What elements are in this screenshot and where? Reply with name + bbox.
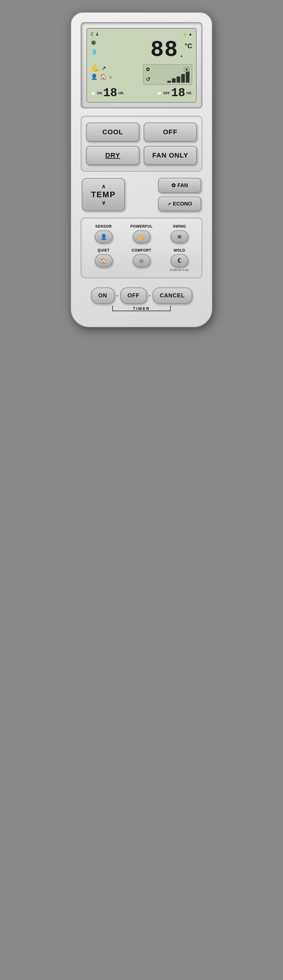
lcd-icons-row1: 💪 ↗ — [91, 64, 112, 72]
sensor-icon: 👤 — [100, 234, 107, 240]
remote-control: ℂ 🌡 🔋 ▲ ❄ 💧 88 . °C — [71, 12, 212, 327]
bar-3 — [177, 76, 180, 83]
timer-off-hr: HR. — [186, 91, 192, 95]
timer-off-button[interactable]: OFF — [120, 288, 147, 304]
timer-off-label: OFF — [163, 91, 170, 95]
sensor-person-icon: 👤 — [91, 73, 98, 80]
sensor-item: SENSOR 👤 — [86, 224, 121, 243]
lcd-right-icons-top: 🔋 ▲ — [183, 32, 192, 36]
sensor-button[interactable]: 👤 — [95, 231, 113, 243]
off-button[interactable]: OFF — [144, 123, 197, 142]
mold-button[interactable]: ℂ — [170, 255, 188, 267]
timer-on-label: ON — [97, 91, 102, 95]
swing-item: SWING ≋ — [162, 224, 197, 243]
bar-2 — [172, 78, 176, 83]
lcd-screen: ℂ 🌡 🔋 ▲ ❄ 💧 88 . °C — [86, 28, 197, 103]
lcd-middle: 💪 ↗ 👤 🏠 ⌂ ✿ A ↺ — [91, 64, 192, 85]
bar-4 — [181, 74, 185, 83]
swing-icon: ≋ — [177, 234, 182, 240]
strong-icon: 💪 — [91, 64, 99, 72]
temp-up-arrow: ∧ — [90, 183, 117, 190]
powerful-icon: 💪 — [138, 234, 145, 240]
comfort-item: COMFORT ☺ — [124, 248, 159, 272]
quiet-item: QUIET 🏠 — [86, 248, 121, 272]
mold-label: MOLD — [174, 248, 185, 253]
feature-section: SENSOR 👤 POWERFUL 💪 SWING ≋ — [81, 218, 202, 278]
lcd-right-panel: ✿ A ↺ — [143, 64, 192, 85]
swing-button[interactable]: ≋ — [170, 231, 188, 243]
timer-on-digits: 18 — [103, 87, 118, 99]
timer-on-hr: HR. — [118, 91, 124, 95]
timer-buttons-wrapper: ON OFF CANCEL — [91, 288, 192, 304]
clock-on-icon: 🕐 — [91, 91, 96, 95]
timer-label: TIMER — [133, 306, 150, 311]
powerful-button[interactable]: 💪 — [133, 231, 150, 243]
fan-icon-display: ✿ — [146, 66, 150, 72]
mode-section: COOL OFF DRY FAN ONLY — [81, 116, 202, 172]
water-drop-icon: 💧 — [91, 48, 98, 55]
swing-icon-display: ↺ — [146, 76, 150, 83]
feature-grid: SENSOR 👤 POWERFUL 💪 SWING ≋ — [86, 224, 197, 272]
powerful-label: POWERFUL — [130, 224, 153, 229]
mold-icon-display: ℂ — [91, 32, 94, 37]
lcd-left-icons-top: ℂ 🌡 — [91, 32, 99, 37]
swing-label: SWING — [173, 224, 186, 229]
mode-grid: COOL OFF DRY FAN ONLY — [86, 123, 197, 165]
timer-label-bar: TIMER — [83, 305, 200, 311]
quiet-icon-display: 🏠 — [100, 73, 107, 80]
lcd-fan-auto-row: ✿ A — [146, 66, 189, 72]
temp-icon-display: 🌡 — [95, 32, 99, 37]
timer-buttons-row: ON OFF CANCEL — [83, 288, 200, 304]
up-arrow-icon: ▲ — [189, 32, 192, 36]
display-section: ℂ 🌡 🔋 ▲ ❄ 💧 88 . °C — [81, 22, 202, 108]
timer-off-section: 🕐 OFF 18 HR. — [157, 87, 192, 99]
mold-push-note: PUSH for 2 sec — [170, 269, 189, 272]
timer-cancel-button[interactable]: CANCEL — [153, 288, 192, 304]
timer-on-button[interactable]: ON — [91, 288, 115, 304]
quiet-icon: 🏠 — [101, 258, 107, 264]
comfort-label: COMFORT — [132, 248, 151, 253]
mold-item: MOLD ℂ PUSH for 2 sec — [162, 248, 197, 272]
home-icon-display: ⌂ — [109, 74, 112, 79]
battery-icon: 🔋 — [183, 32, 187, 36]
timer-connector-2 — [149, 296, 151, 296]
econo-icon: ↗ — [167, 202, 171, 207]
powerful-item: POWERFUL 💪 — [124, 224, 159, 243]
temp-label: TEMP — [90, 190, 117, 199]
econo-label: ECONO — [173, 201, 192, 207]
quiet-button[interactable]: 🏠 — [95, 255, 113, 267]
function-buttons: ✿ FAN ↗ ECONO — [158, 178, 201, 212]
comfort-button[interactable]: ☺ — [133, 255, 150, 267]
fan-func-label: FAN — [177, 183, 188, 189]
swing-arrow-icon: ↗ — [102, 65, 106, 72]
bar-1 — [167, 81, 171, 83]
temp-value: 88 — [150, 39, 178, 61]
fan-only-button[interactable]: FAN ONLY — [144, 146, 197, 165]
auto-label: A — [184, 67, 189, 72]
temp-function-row: ∧ TEMP ∨ ✿ FAN ↗ ECONO — [81, 178, 202, 212]
econo-button[interactable]: ↗ ECONO — [158, 197, 201, 212]
temp-button[interactable]: ∧ TEMP ∨ — [82, 178, 125, 211]
timer-connector-1 — [117, 296, 118, 296]
sensor-label: SENSOR — [95, 224, 112, 229]
dry-button[interactable]: DRY — [86, 146, 139, 165]
quiet-label: QUIET — [98, 248, 110, 253]
temperature-display: 88 . °C — [150, 39, 192, 61]
cool-button[interactable]: COOL — [86, 123, 139, 142]
bar-5 — [186, 72, 189, 83]
mold-icon: ℂ — [177, 258, 181, 264]
lcd-top-row: ℂ 🌡 🔋 ▲ — [91, 32, 192, 37]
signal-bars — [167, 73, 189, 83]
temp-decimal: . — [179, 50, 184, 59]
temp-down-arrow: ∨ — [90, 199, 117, 206]
timer-section: ON OFF CANCEL TIMER — [81, 288, 202, 311]
snowflake-icon: ❄ — [91, 39, 98, 47]
clock-off-icon: 🕐 — [157, 91, 162, 95]
timer-off-digits: 18 — [171, 87, 185, 99]
timer-on-section: 🕐 ON 18 HR. — [91, 87, 124, 99]
fan-func-icon: ✿ — [171, 182, 176, 189]
temp-unit: °C — [185, 42, 192, 50]
lcd-timer-row: 🕐 ON 18 HR. 🕐 OFF 18 HR. — [91, 87, 192, 99]
fan-button[interactable]: ✿ FAN — [158, 178, 201, 193]
comfort-icon: ☺ — [139, 258, 144, 264]
